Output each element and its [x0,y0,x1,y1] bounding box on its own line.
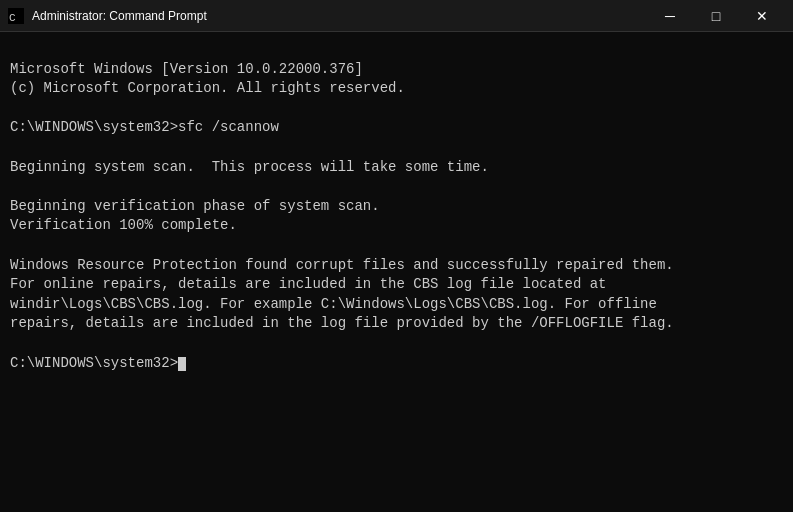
terminal-line [10,236,783,256]
minimize-button[interactable]: ─ [647,0,693,32]
terminal-line: Beginning system scan. This process will… [10,158,783,178]
cmd-icon: C [8,8,24,24]
title-bar: C Administrator: Command Prompt ─ □ ✕ [0,0,793,32]
maximize-button[interactable]: □ [693,0,739,32]
terminal-line: Microsoft Windows [Version 10.0.22000.37… [10,60,783,80]
cursor [178,357,186,371]
close-button[interactable]: ✕ [739,0,785,32]
terminal-line: repairs, details are included in the log… [10,314,783,334]
terminal-line [10,99,783,119]
terminal-line [10,138,783,158]
terminal-line: windir\Logs\CBS\CBS.log. For example C:\… [10,295,783,315]
terminal-line [10,334,783,354]
window-controls: ─ □ ✕ [647,0,785,32]
terminal-line: (c) Microsoft Corporation. All rights re… [10,79,783,99]
terminal-output: Microsoft Windows [Version 10.0.22000.37… [0,32,793,512]
window-title: Administrator: Command Prompt [32,9,207,23]
terminal-line: For online repairs, details are included… [10,275,783,295]
terminal-line [10,177,783,197]
svg-text:C: C [9,12,16,24]
terminal-line: Windows Resource Protection found corrup… [10,256,783,276]
terminal-line: Verification 100% complete. [10,216,783,236]
terminal-line: C:\WINDOWS\system32> [10,354,783,374]
terminal-line: C:\WINDOWS\system32>sfc /scannow [10,118,783,138]
terminal-line: Beginning verification phase of system s… [10,197,783,217]
